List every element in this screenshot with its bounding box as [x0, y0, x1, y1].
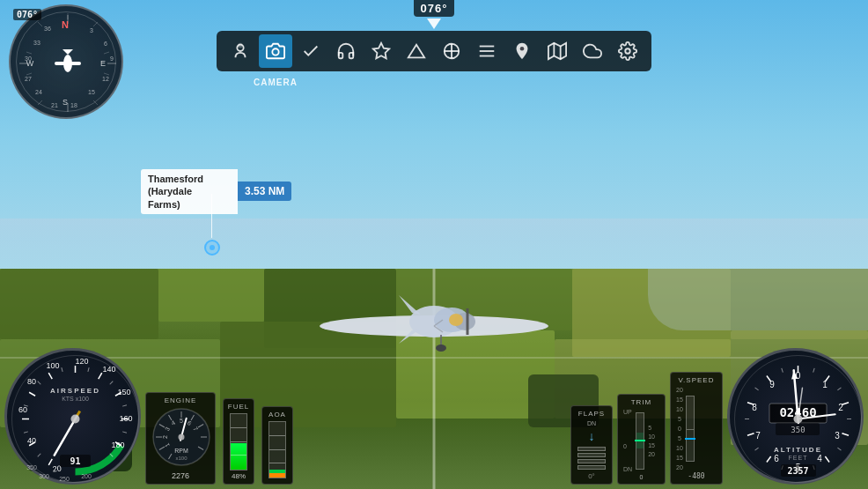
fuel-value: 48%	[227, 472, 250, 480]
svg-text:150: 150	[117, 388, 130, 396]
svg-text:ALTITUDE: ALTITUDE	[774, 446, 822, 454]
toolbar-btn-atc[interactable]	[329, 34, 363, 68]
toolbar-btn-camera[interactable]: CAMERA	[259, 34, 292, 68]
svg-point-58	[63, 55, 72, 72]
compass-rose: N E S W 3 6 9 12 15 18	[9, 4, 123, 119]
svg-text:1: 1	[822, 380, 828, 389]
trim-scale-right: 5 10 15 20	[648, 425, 655, 457]
svg-text:60: 60	[18, 405, 27, 414]
svg-line-136	[813, 368, 815, 373]
flap-segment-4	[577, 465, 606, 470]
svg-point-164	[794, 415, 803, 424]
svg-text:4: 4	[817, 454, 822, 463]
toolbar-btn-waypoint[interactable]	[505, 34, 539, 68]
vspeed-scale: 20 15 10 5 0 5 10 15 20	[676, 387, 683, 470]
svg-marker-24	[548, 43, 566, 59]
trim-value: 0	[623, 474, 659, 480]
flap-segment-1	[577, 447, 606, 451]
svg-text:0: 0	[796, 371, 801, 381]
svg-line-90	[62, 367, 63, 372]
svg-line-133	[747, 433, 754, 435]
svg-line-43	[38, 22, 42, 26]
svg-line-79	[29, 392, 35, 396]
toolbar-btn-checklist[interactable]	[294, 34, 327, 68]
svg-text:120: 120	[75, 357, 88, 366]
trim-panel: TRIM UP 0 DN 5 10 15	[617, 394, 666, 485]
toolbar-btn-assistance[interactable]	[364, 34, 398, 68]
heading-arrow	[427, 19, 441, 29]
toolbar-btn-pilot[interactable]	[224, 34, 257, 68]
svg-text:18: 18	[70, 102, 77, 108]
rpm-gauge-svg: 1 2 3 4 5 6 7 RPM x100	[151, 407, 211, 467]
svg-line-44	[38, 100, 42, 105]
svg-text:3: 3	[90, 27, 93, 33]
svg-point-6	[449, 314, 463, 326]
svg-line-41	[26, 52, 32, 54]
svg-line-97	[77, 411, 80, 415]
svg-text:80: 80	[27, 377, 36, 386]
toolbar-btn-nav[interactable]	[435, 34, 468, 68]
vspeed-bar	[686, 396, 695, 462]
svg-line-139	[837, 448, 841, 450]
trim-green-zone	[636, 433, 644, 449]
svg-line-137	[837, 388, 841, 390]
svg-line-39	[104, 73, 109, 75]
vspeed-needle	[685, 438, 695, 440]
toolbar-btn-settings[interactable]	[611, 34, 644, 68]
svg-text:200: 200	[81, 473, 92, 479]
vspeed-value: -480	[676, 472, 717, 480]
flaps-panel: FLAPS DN ↓ 0°	[570, 405, 613, 485]
engine-title: ENGINE	[151, 396, 210, 404]
waypoint-icon	[204, 240, 220, 256]
altitude-gauge: 0 1 2 3 4 5 6 7 8 9 02460 350	[727, 348, 864, 485]
svg-point-11	[436, 345, 446, 352]
svg-marker-59	[63, 49, 73, 55]
right-instruments-panel: FLAPS DN ↓ 0° TRIM UP 0 DN	[570, 372, 723, 485]
svg-text:9: 9	[769, 380, 775, 389]
svg-point-98	[71, 415, 80, 424]
svg-text:91: 91	[70, 456, 80, 466]
svg-text:24: 24	[35, 89, 42, 95]
svg-text:8: 8	[752, 403, 757, 412]
svg-text:9: 9	[110, 56, 114, 62]
svg-text:x100: x100	[175, 456, 188, 461]
svg-text:5: 5	[180, 418, 183, 424]
plane-silhouette	[311, 269, 557, 374]
flaps-state: DN	[577, 420, 607, 426]
svg-text:300: 300	[39, 473, 49, 479]
toolbar-btn-weather[interactable]	[400, 34, 433, 68]
waypoint-distance: 3.53 NM	[238, 182, 291, 201]
svg-text:KTS x100: KTS x100	[62, 396, 89, 402]
toolbar-btn-menu[interactable]	[470, 34, 504, 68]
svg-text:7: 7	[755, 431, 761, 441]
fuel-title: FUEL	[227, 403, 250, 411]
engine-panel: ENGINE 1 2 3 4 5	[145, 392, 293, 485]
svg-text:30: 30	[25, 56, 32, 62]
svg-line-40	[93, 100, 98, 105]
svg-text:2: 2	[838, 403, 843, 412]
flaps-title: FLAPS	[577, 410, 607, 418]
airspeed-gauge: 20 40 60 80 100 120 140 150 160	[4, 348, 141, 485]
svg-text:12: 12	[102, 76, 109, 82]
flap-segment-2	[577, 453, 606, 457]
toolbar-btn-map[interactable]	[541, 34, 574, 68]
svg-line-38	[104, 52, 109, 54]
waypoint-name: Thamesford (Harydale Farms)	[141, 169, 238, 214]
toolbar-btn-clouds[interactable]	[576, 34, 609, 68]
rpm-value: 2276	[151, 471, 210, 480]
svg-text:33: 33	[33, 40, 40, 46]
svg-text:6: 6	[104, 41, 107, 47]
top-navigation: 076° CAMERA	[217, 0, 651, 71]
svg-point-13	[238, 43, 243, 48]
svg-line-132	[767, 456, 771, 462]
flaps-segments	[577, 447, 607, 470]
waypoint-dot	[210, 245, 215, 250]
svg-text:6: 6	[774, 454, 779, 463]
svg-text:27: 27	[25, 76, 32, 82]
svg-text:21: 21	[51, 102, 58, 108]
svg-text:RPM: RPM	[174, 448, 188, 454]
svg-text:140: 140	[102, 365, 115, 374]
svg-line-87	[24, 432, 28, 433]
svg-text:N: N	[62, 19, 69, 30]
waypoint-overlay: Thamesford (Harydale Farms) 3.53 NM	[141, 169, 291, 214]
